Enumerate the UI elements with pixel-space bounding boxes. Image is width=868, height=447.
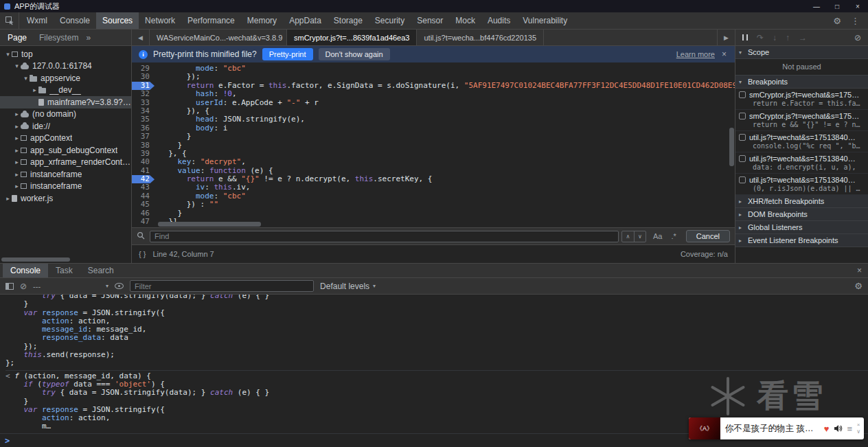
tree-item-app-sub-debugcontext[interactable]: ▸app_sub_debugContext [0,144,131,157]
find-input[interactable] [150,231,619,242]
editor-vscrollbar-thumb[interactable] [729,128,734,166]
panel-tab-vulnerability[interactable]: Vulnerability [516,12,573,29]
format-code-icon[interactable]: { } [139,250,146,258]
tree-item-appservice[interactable]: ▾appservice [0,72,131,84]
panel-tab-memory[interactable]: Memory [241,12,283,29]
tab-list-icon[interactable]: ▶ [717,30,735,45]
panel-tab-sources[interactable]: Sources [96,12,139,29]
expand-arrow-icon[interactable]: ▸ [13,123,21,130]
tree-item-mainframe-v-3-8-9-load-loa[interactable]: mainframe?v=3.8.9?load?loa [0,96,131,108]
line-number[interactable]: 30 [132,73,155,81]
log-levels-dropdown[interactable]: Default levels ▾ [320,282,376,291]
expand-arrow-icon[interactable]: ▸ [31,87,38,93]
panel-tab-mock[interactable]: Mock [449,12,481,29]
breakpoint-item-4[interactable]: util.js?t=wechat&s=17513840…data: d.encr… [735,152,868,174]
cancel-button[interactable]: Cancel [686,230,730,242]
line-number[interactable]: 45 [132,200,155,209]
breakpoint-item-1[interactable]: smCryptor.js?t=wechat&s=175…return e.Fac… [735,89,868,110]
breakpoint-item-2[interactable]: smCryptor.js?t=wechat&s=175…return e && … [735,110,868,131]
close-button[interactable]: × [847,0,868,12]
tree-item-appcontext[interactable]: ▸appContext [0,133,131,145]
panel-tab-network[interactable]: Network [139,12,181,29]
find-previous-icon[interactable]: ∧ [622,231,634,242]
panel-tab-appdata[interactable]: AppData [283,12,328,29]
step-out-icon[interactable]: ↑ [786,34,790,42]
breakpoint-line-number[interactable]: 31 [132,82,155,90]
editor-hscrollbar-thumb[interactable] [158,222,261,227]
tree-item-ide[interactable]: ▸ide:// [0,120,131,133]
expand-arrow-icon[interactable]: ▸ [13,135,21,141]
expand-arrow-icon[interactable]: ▸ [13,159,21,165]
breakpoint-checkbox[interactable] [739,134,746,141]
match-case-toggle[interactable]: Aa [651,232,664,240]
expand-arrow-icon[interactable]: ▸ [13,171,21,178]
line-number[interactable]: 32 [132,90,155,98]
line-number[interactable]: 35 [132,115,155,124]
regex-toggle[interactable]: .* [669,232,678,240]
editor-tab-util-js-t-wecha-bf4476cd[interactable]: util.js?t=wecha...bf4476cd220135 [417,30,544,45]
panel-tab-audits[interactable]: Audits [481,12,516,29]
tab-page[interactable]: Page [1,30,33,45]
deactivate-breakpoints-icon[interactable]: ⊘ [854,34,861,42]
editor-tab-smcryptor-js-t-8639fa1ad[interactable]: smCryptor.js?t=...8639fa1ad46ea3 [287,30,417,45]
line-number[interactable]: 40 [132,158,155,166]
ad-thumbnail[interactable]: 《A》 [689,417,720,439]
find-next-icon[interactable]: ∨ [634,231,646,242]
panel-tab-security[interactable]: Security [369,12,411,29]
section-scope[interactable]: ▾ Scope [735,46,868,59]
line-number[interactable]: 37 [132,133,155,141]
sidebar-hscrollbar[interactable] [1,257,70,262]
breakpoint-item-3[interactable]: util.js?t=wechat&s=17513840…console.log(… [735,131,868,152]
speaker-icon[interactable] [832,424,845,433]
tab-console[interactable]: Console [3,264,48,277]
section-global-listeners[interactable]: ▸Global Listeners [735,221,868,234]
learn-more-link[interactable]: Learn more [676,50,715,58]
dont-show-again-button[interactable]: Don't show again [319,48,390,60]
breakpoint-line-number[interactable]: 42 [132,175,155,183]
pretty-print-button[interactable]: Pretty-print [262,48,313,60]
ad-close-icon[interactable]: × [857,422,860,428]
console-settings-gear-icon[interactable]: ⚙ [854,281,863,291]
panel-tab-storage[interactable]: Storage [328,12,369,29]
console-filter-input[interactable] [130,280,314,292]
tree-item-worker-js[interactable]: ▸worker.js [0,192,131,205]
maximize-button[interactable]: □ [827,0,847,12]
inspect-element-icon[interactable] [0,12,19,29]
panel-tab-console[interactable]: Console [54,12,96,29]
settings-gear-icon[interactable]: ⚙ [833,16,841,26]
section-dom-breakpoints[interactable]: ▸DOM Breakpoints [735,208,868,221]
close-drawer-icon[interactable]: × [857,266,868,275]
tree-item-dev[interactable]: ▸__dev__ [0,84,131,97]
heart-icon[interactable]: ♥ [822,424,832,434]
step-into-icon[interactable]: ↓ [773,34,777,42]
ad-headline[interactable]: 你不是孩子的物主 孩子也为 [720,423,822,435]
nav-collapse-icon[interactable]: ◀ [132,30,150,45]
breakpoint-item-5[interactable]: util.js?t=wechat&s=17513840…(0, r.isJson… [735,174,868,195]
panel-tab-performance[interactable]: Performance [181,12,241,29]
expand-arrow-icon[interactable]: ▾ [22,75,30,82]
infobar-close-icon[interactable]: × [720,49,728,59]
expand-arrow-icon[interactable]: ▸ [13,183,21,190]
live-expression-eye-icon[interactable] [115,283,124,289]
tab-overflow-icon[interactable]: » [86,33,91,43]
tab-search[interactable]: Search [80,264,122,277]
section-event-listener-breakpoints[interactable]: ▸Event Listener Breakpoints [735,234,868,247]
step-icon[interactable]: → [799,34,807,42]
more-menu-icon[interactable]: ⋮ [851,16,860,26]
pause-script-icon[interactable] [742,34,748,41]
tree-item-127-0-0-1-61784[interactable]: ▾127.0.0.1:61784 [0,60,131,73]
breakpoint-checkbox[interactable] [739,113,746,119]
expand-arrow-icon[interactable]: ▸ [13,111,21,117]
expand-arrow-icon[interactable]: ▾ [13,62,21,69]
tree-item-instanceframe[interactable]: ▸instanceframe [0,181,131,193]
expand-arrow-icon[interactable]: ▾ [4,51,12,58]
console-sidebar-icon[interactable] [5,283,14,290]
section-xhr-fetch-breakpoints[interactable]: ▸XHR/fetch Breakpoints [735,195,868,208]
step-over-icon[interactable]: ↷ [757,34,764,42]
ad-overlay[interactable]: 《A》 你不是孩子的物主 孩子也为 ♥ ≡ × ∨ [689,417,864,439]
editor-tab-waservicemainco-wechat-v[interactable]: WAServiceMainCo...-wechat&v=3.8.9 [150,30,287,45]
minimize-button[interactable]: — [806,0,827,12]
clear-console-icon[interactable]: ⊘ [20,282,27,290]
panel-tab-wxml[interactable]: Wxml [21,12,54,29]
tree-item-app-xrframe-rendercontext[interactable]: ▸app_xrframe_renderContext [0,157,131,169]
